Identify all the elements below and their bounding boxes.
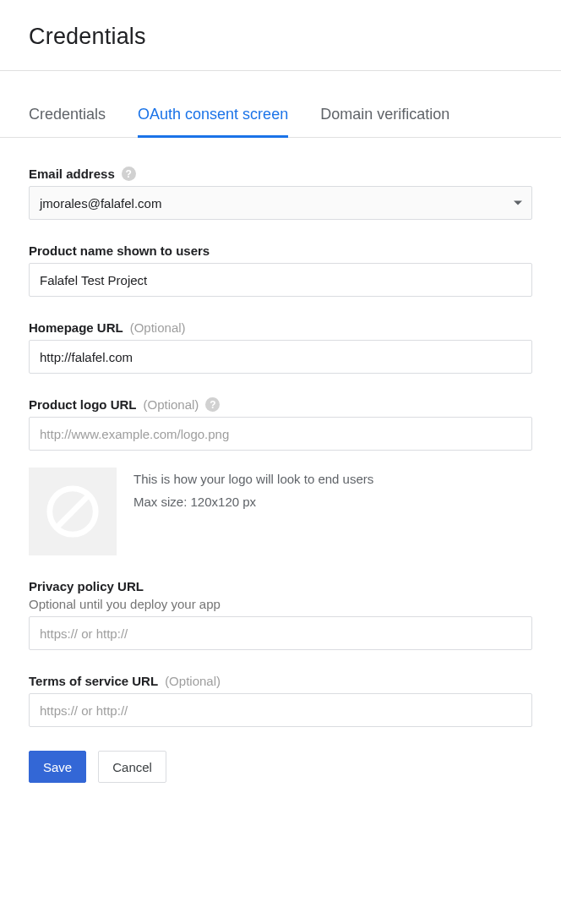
homepage-url-field-group: Homepage URL (Optional) <box>29 320 532 374</box>
svg-line-1 <box>57 495 89 528</box>
tos-optional: (Optional) <box>165 674 221 688</box>
tab-credentials[interactable]: Credentials <box>29 106 106 138</box>
product-logo-url-field-group: Product logo URL (Optional) ? This is ho… <box>29 397 532 555</box>
email-select[interactable]: jmorales@falafel.com <box>29 186 532 220</box>
email-field-group: Email address ? jmorales@falafel.com <box>29 167 532 220</box>
tabs-row: Credentials OAuth consent screen Domain … <box>0 105 561 138</box>
privacy-policy-url-label: Privacy policy URL <box>29 579 144 593</box>
logo-hint-line2: Max size: 120x120 px <box>133 490 373 513</box>
email-label: Email address <box>29 167 115 181</box>
no-image-icon <box>44 483 101 540</box>
homepage-url-input[interactable] <box>29 340 532 374</box>
product-name-input[interactable] <box>29 263 532 297</box>
cancel-button[interactable]: Cancel <box>98 751 166 783</box>
homepage-optional: (Optional) <box>130 320 186 335</box>
logo-hint-text: This is how your logo will look to end u… <box>133 467 373 555</box>
button-row: Save Cancel <box>29 751 532 783</box>
homepage-url-label: Homepage URL <box>29 320 123 335</box>
consent-form: Email address ? jmorales@falafel.com Pro… <box>0 138 561 817</box>
header-divider <box>0 70 561 71</box>
help-icon[interactable]: ? <box>205 397 220 412</box>
product-logo-url-input[interactable] <box>29 417 532 451</box>
product-name-field-group: Product name shown to users <box>29 243 532 297</box>
tos-url-label: Terms of service URL <box>29 674 158 688</box>
save-button[interactable]: Save <box>29 751 86 783</box>
privacy-policy-sublabel: Optional until you deploy your app <box>29 597 532 611</box>
tab-oauth-consent-screen[interactable]: OAuth consent screen <box>138 106 288 138</box>
logo-placeholder <box>29 467 117 555</box>
product-logo-optional: (Optional) <box>144 397 199 412</box>
logo-hint-line1: This is how your logo will look to end u… <box>133 467 373 490</box>
product-logo-url-label: Product logo URL <box>29 397 137 412</box>
product-name-label: Product name shown to users <box>29 243 210 258</box>
email-select-value: jmorales@falafel.com <box>40 196 161 210</box>
privacy-policy-url-field-group: Privacy policy URL Optional until you de… <box>29 579 532 650</box>
help-icon[interactable]: ? <box>122 167 136 181</box>
tos-url-field-group: Terms of service URL (Optional) <box>29 674 532 727</box>
tos-url-input[interactable] <box>29 693 532 727</box>
tab-domain-verification[interactable]: Domain verification <box>320 106 449 138</box>
privacy-policy-url-input[interactable] <box>29 616 532 650</box>
page-title: Credentials <box>29 24 532 50</box>
